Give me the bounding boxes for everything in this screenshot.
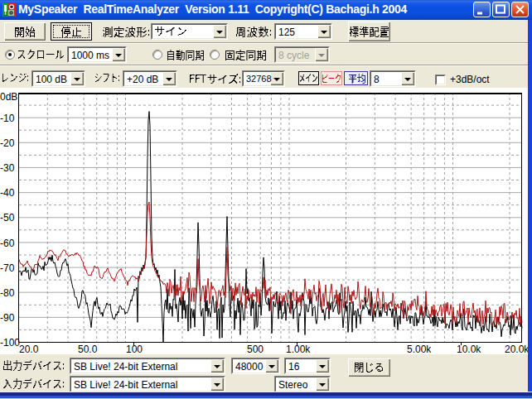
svg-text:-50: -50 [0, 212, 15, 224]
svg-text:5.00k: 5.00k [407, 344, 432, 355]
svg-text:-90: -90 [0, 312, 15, 324]
svg-text:-80: -80 [0, 287, 15, 299]
svg-text:10.0k: 10.0k [457, 344, 481, 355]
svg-text:-10: -10 [0, 113, 15, 124]
svg-text:-40: -40 [0, 187, 15, 199]
svg-text:20.0: 20.0 [19, 344, 39, 355]
svg-text:20.0k: 20.0k [505, 344, 529, 355]
svg-text:0dB: 0dB [0, 91, 17, 103]
svg-text:-70: -70 [0, 262, 15, 274]
svg-text:1.00k: 1.00k [286, 344, 311, 355]
svg-text:50.0: 50.0 [78, 344, 98, 355]
svg-text:-60: -60 [0, 238, 15, 249]
svg-text:-100: -100 [0, 337, 20, 349]
svg-text:-30: -30 [0, 162, 15, 174]
svg-text:100: 100 [126, 344, 143, 355]
svg-text:500: 500 [247, 344, 264, 355]
svg-text:-20: -20 [0, 137, 15, 149]
